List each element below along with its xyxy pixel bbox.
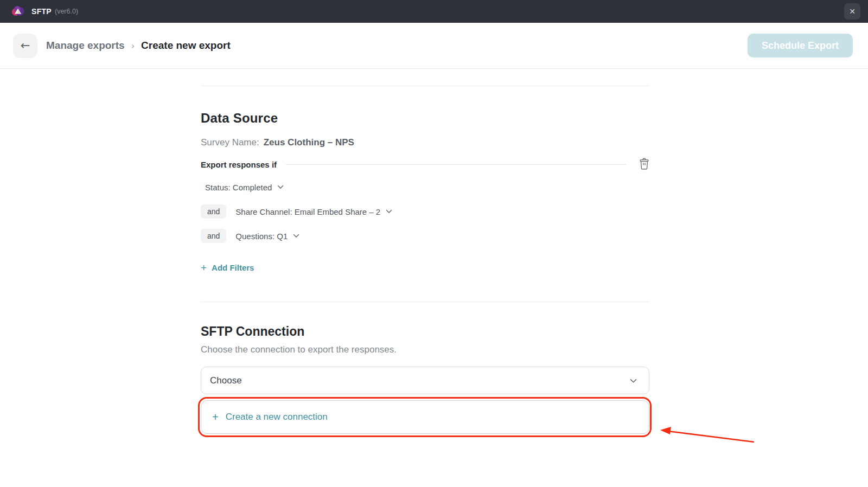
connection-select-value: Choose: [210, 375, 630, 386]
conjunction-badge: and: [201, 229, 226, 243]
plus-icon: +: [201, 262, 207, 273]
chevron-down-icon: [630, 376, 637, 386]
sftp-connection-title: SFTP Connection: [201, 324, 649, 339]
back-arrow-icon: ←: [21, 39, 30, 52]
annotation-arrow: [657, 421, 760, 447]
condition-divider-line: [286, 164, 626, 165]
sftp-export-window: SFTP (ver6.0) ✕ ← Manage exports › Creat…: [0, 0, 868, 487]
export-condition-label: Export responses if: [201, 160, 277, 169]
create-connection-wrap: + Create a new connection: [201, 400, 649, 434]
filter-row-questions: and Questions: Q1: [201, 229, 649, 243]
close-button[interactable]: ✕: [844, 3, 860, 20]
app-logo-icon: [11, 4, 25, 18]
close-icon: ✕: [849, 8, 856, 15]
create-new-connection-label: Create a new connection: [226, 412, 328, 422]
sftp-connection-subtitle: Choose the connection to export the resp…: [201, 344, 649, 355]
create-new-connection-button[interactable]: + Create a new connection: [201, 400, 649, 434]
trash-icon: [639, 158, 649, 171]
survey-name-value: Zeus Clothing – NPS: [264, 137, 354, 148]
breadcrumb-manage-exports[interactable]: Manage exports: [46, 40, 125, 52]
filter-share-channel-value[interactable]: Share Channel: Email Embed Share – 2: [235, 207, 380, 216]
survey-name-label: Survey Name:: [201, 137, 259, 148]
delete-filters-button[interactable]: [639, 158, 649, 171]
app-title: SFTP: [31, 7, 52, 16]
add-filters-label: Add Filters: [212, 263, 254, 272]
titlebar: SFTP (ver6.0) ✕: [0, 0, 868, 23]
chevron-down-icon[interactable]: [293, 234, 299, 238]
filter-row-share-channel: and Share Channel: Email Embed Share – 2: [201, 204, 649, 219]
filter-status-value[interactable]: Status: Completed: [205, 183, 272, 192]
conjunction-badge: and: [201, 204, 226, 219]
export-condition-row: Export responses if: [201, 159, 649, 170]
data-source-title: Data Source: [201, 111, 649, 126]
main-content: Data Source Survey Name: Zeus Clothing –…: [201, 69, 649, 434]
schedule-export-button[interactable]: Schedule Export: [748, 34, 853, 57]
page-title: Create new export: [141, 40, 231, 52]
filter-row-status: Status: Completed: [201, 180, 649, 194]
page-header: ← Manage exports › Create new export Sch…: [0, 23, 868, 69]
breadcrumb-separator-icon: ›: [131, 41, 135, 51]
section-divider-top: [201, 86, 649, 86]
section-divider-middle: [201, 302, 649, 302]
add-filters-button[interactable]: + Add Filters: [201, 262, 254, 273]
app-version: (ver6.0): [55, 8, 78, 15]
connection-select[interactable]: Choose: [201, 367, 649, 394]
chevron-down-icon[interactable]: [277, 185, 284, 189]
chevron-down-icon[interactable]: [386, 209, 392, 214]
survey-name-row: Survey Name: Zeus Clothing – NPS: [201, 137, 649, 148]
plus-icon: +: [212, 412, 219, 422]
back-button[interactable]: ←: [13, 34, 37, 58]
filter-questions-value[interactable]: Questions: Q1: [235, 232, 288, 241]
